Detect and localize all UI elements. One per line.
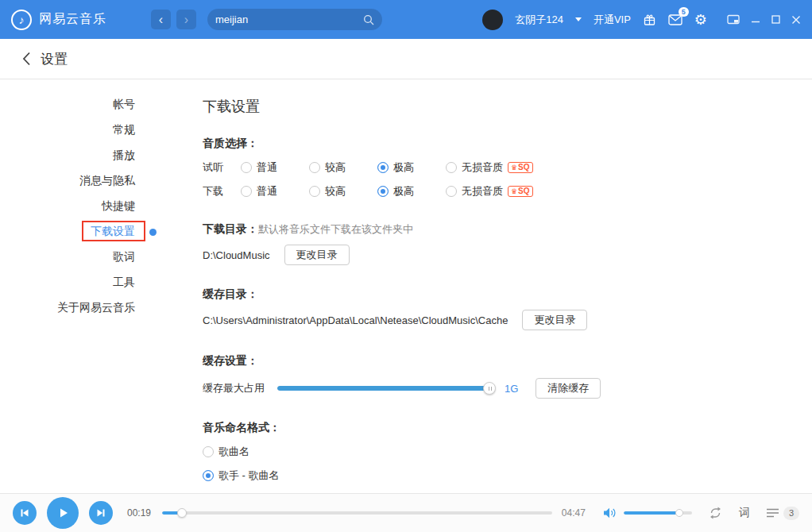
sidebar-item-privacy[interactable]: 消息与隐私 [0, 168, 167, 193]
sidebar-item-lyrics[interactable]: 歌词 [0, 244, 167, 269]
clear-cache-button[interactable]: 清除缓存 [536, 378, 601, 399]
quality-label: 音质选择： [203, 137, 812, 151]
volume-icon[interactable] [603, 507, 617, 519]
header-right: 玄阴子124 开通VIP 5 ⚙ [482, 10, 801, 30]
search-input[interactable] [215, 13, 363, 25]
play-button[interactable] [47, 497, 79, 529]
radio-label: 无损音质 [462, 160, 503, 175]
maximize-icon[interactable] [771, 15, 780, 24]
sq-quality-badge: SQ [508, 162, 533, 173]
forward-button[interactable]: › [176, 10, 196, 29]
sidebar-item-shortcuts[interactable]: 快捷键 [0, 193, 167, 218]
play-icon [56, 507, 69, 519]
quality-download-extreme[interactable]: 极高 [377, 184, 427, 199]
quality-listen-lossless[interactable]: 无损音质 SQ [446, 160, 533, 175]
radio-icon [446, 162, 457, 173]
radio-icon [446, 186, 457, 197]
gift-icon[interactable] [643, 13, 656, 26]
sidebar-item-about[interactable]: 关于网易云音乐 [0, 295, 167, 320]
volume-slider[interactable] [624, 509, 692, 517]
search-icon[interactable] [363, 14, 374, 25]
radio-icon [309, 186, 320, 197]
user-menu-caret-icon[interactable] [575, 17, 582, 21]
volume-handle[interactable] [675, 509, 683, 517]
lyrics-icon[interactable]: 词 [739, 506, 750, 520]
radio-icon [309, 162, 320, 173]
radio-label: 极高 [393, 184, 414, 199]
playlist-icon [766, 507, 779, 519]
settings-main: 下载设置 音质选择： 试听 普通 较高 极高 无 [167, 79, 812, 493]
sidebar-item-playback[interactable]: 播放 [0, 142, 167, 168]
quality-row-download: 下载 普通 较高 极高 无损音质 SQ [203, 184, 812, 199]
mail-badge: 5 [679, 7, 689, 17]
app-window: ♪ 网易云音乐 ‹ › 玄阴子124 开通VIP [0, 0, 812, 532]
progress-bar[interactable] [162, 508, 552, 518]
cache-size-slider[interactable] [277, 382, 493, 395]
download-dir-hint: 默认将音乐文件下载在该文件夹中 [258, 222, 413, 237]
quality-row-label: 下载 [203, 184, 241, 199]
previous-button[interactable] [13, 501, 37, 525]
user-name[interactable]: 玄阴子124 [515, 13, 563, 27]
sidebar-item-tools[interactable]: 工具 [0, 269, 167, 295]
radio-icon [203, 446, 214, 457]
repeat-mode-icon[interactable] [708, 507, 723, 519]
download-dir-path: D:\CloudMusic [203, 249, 270, 261]
naming-option-artist-song[interactable]: 歌手 - 歌曲名 [203, 468, 812, 483]
radio-icon [377, 186, 389, 197]
radio-label: 极高 [393, 160, 414, 175]
radio-label: 普通 [257, 160, 277, 175]
quality-listen-extreme[interactable]: 极高 [377, 160, 427, 175]
quality-download-lossless[interactable]: 无损音质 SQ [446, 184, 533, 199]
vip-link[interactable]: 开通VIP [594, 13, 631, 27]
change-download-dir-button[interactable]: 更改目录 [284, 245, 350, 265]
progress-track[interactable] [162, 511, 552, 515]
current-time: 00:19 [127, 507, 151, 519]
naming-option-song[interactable]: 歌曲名 [203, 445, 812, 459]
radio-label: 普通 [257, 184, 277, 199]
change-cache-dir-button[interactable]: 更改目录 [522, 310, 587, 330]
next-icon [96, 508, 106, 518]
playlist-button[interactable]: 3 [766, 507, 799, 520]
page-back-icon[interactable] [22, 52, 31, 66]
window-controls [727, 14, 801, 25]
total-time: 04:47 [562, 507, 586, 519]
brand: ♪ 网易云音乐 [11, 10, 151, 30]
radio-icon [377, 162, 389, 173]
radio-label: 较高 [325, 184, 346, 199]
close-icon[interactable] [791, 15, 801, 25]
radio-icon [241, 162, 252, 173]
back-button[interactable]: ‹ [151, 10, 171, 29]
history-nav: ‹ › [151, 10, 196, 29]
cache-settings-label: 缓存设置： [203, 354, 812, 368]
app-logo-icon[interactable]: ♪ [11, 10, 32, 30]
sidebar-item-download-settings[interactable]: 下载设置 [0, 218, 167, 244]
naming-label: 音乐命名格式： [203, 421, 812, 435]
radio-label: 歌曲名 [218, 445, 249, 459]
settings-content: 帐号 常规 播放 消息与隐私 快捷键 下载设置 歌词 工具 关于网易云音乐 下载… [0, 79, 812, 493]
progress-handle[interactable] [177, 508, 187, 518]
quality-download-normal[interactable]: 普通 [241, 184, 290, 199]
next-button[interactable] [89, 501, 113, 525]
quality-listen-higher[interactable]: 较高 [309, 160, 358, 175]
sidebar-item-general[interactable]: 常规 [0, 117, 167, 142]
mini-mode-icon[interactable] [727, 14, 740, 25]
user-avatar[interactable] [482, 10, 503, 30]
player-bar: 00:19 04:47 词 [0, 493, 812, 532]
cache-slider-track[interactable] [277, 386, 493, 391]
search-box[interactable] [207, 9, 382, 30]
cache-size-value: 1G [505, 383, 518, 395]
cache-dir-path: C:\Users\Administrator\AppData\Local\Net… [203, 314, 508, 326]
sidebar-item-account[interactable]: 帐号 [0, 91, 167, 117]
minimize-icon[interactable] [751, 15, 760, 25]
cache-slider-handle[interactable] [483, 382, 496, 395]
radio-label: 较高 [325, 160, 346, 175]
radio-icon [241, 186, 252, 197]
settings-gear-icon[interactable]: ⚙ [694, 13, 707, 27]
radio-label: 无损音质 [462, 184, 503, 199]
quality-listen-normal[interactable]: 普通 [241, 160, 290, 175]
radio-icon [203, 470, 214, 481]
mail-icon[interactable]: 5 [668, 13, 682, 25]
quality-download-higher[interactable]: 较高 [309, 184, 358, 199]
quality-row-listen: 试听 普通 较高 极高 无损音质 SQ [203, 160, 812, 175]
titlebar: ♪ 网易云音乐 ‹ › 玄阴子124 开通VIP [0, 0, 812, 39]
